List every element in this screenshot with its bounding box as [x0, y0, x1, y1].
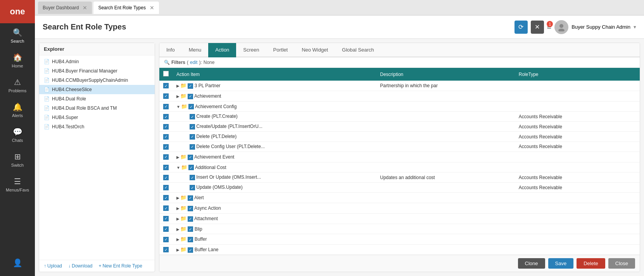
- sidebar-item-problems[interactable]: ⚠ Problems: [0, 73, 35, 98]
- sidebar-item-search[interactable]: 🔍 Search: [0, 23, 35, 48]
- item-checkbox[interactable]: ✓: [188, 237, 193, 242]
- item-checkbox[interactable]: ✓: [188, 226, 193, 232]
- row-checkbox[interactable]: ✓: [163, 226, 169, 232]
- table-row[interactable]: ✓▶📁 ✓ Attachment: [159, 213, 640, 224]
- tab-global-search[interactable]: Global Search: [335, 43, 381, 57]
- item-checkbox[interactable]: ✓: [188, 206, 193, 211]
- sidebar-item-alerts[interactable]: 🔔 Alerts: [0, 98, 35, 122]
- item-checkbox[interactable]: ✓: [188, 165, 194, 170]
- sidebar-item-menus[interactable]: ☰ Menus/Favs: [0, 172, 35, 197]
- sidebar-item-user[interactable]: 👤: [13, 254, 22, 272]
- expand-icon[interactable]: ▶: [176, 248, 180, 252]
- table-row[interactable]: ✓▶📁 ✓ Buffer: [159, 234, 640, 245]
- item-checkbox[interactable]: ✓: [188, 216, 193, 222]
- table-row[interactable]: ✓▶📁 ✓ Async Action: [159, 203, 640, 213]
- header-checkbox[interactable]: [163, 71, 169, 76]
- item-checkbox[interactable]: ✓: [188, 94, 193, 99]
- tab-screen[interactable]: Screen: [236, 43, 266, 57]
- delete-button[interactable]: Delete: [577, 258, 605, 269]
- table-row[interactable]: ✓▶📁 ✓ 3 PL PartnerPartnership in which t…: [159, 81, 640, 91]
- table-row[interactable]: ✓✓ Delete Config User (PLT.Delete...Acco…: [159, 141, 640, 152]
- item-checkbox[interactable]: ✓: [190, 185, 195, 190]
- row-checkbox[interactable]: ✓: [163, 216, 169, 221]
- table-row[interactable]: ✓▶📁 ✓ Buffer Lane: [159, 245, 640, 255]
- item-checkbox[interactable]: ✓: [188, 155, 193, 160]
- tab-action[interactable]: Action: [208, 43, 236, 57]
- user-area[interactable]: Buyer Suppy Chain Admin ▾: [554, 20, 636, 34]
- table-row[interactable]: ✓▶📁 ✓ Blip: [159, 224, 640, 234]
- item-checkbox[interactable]: ✓: [188, 195, 193, 201]
- tab-menu[interactable]: Menu: [182, 43, 209, 57]
- table-row[interactable]: ✓✓ Create/Update (PLT.InsertOrU...Accoun…: [159, 122, 640, 132]
- item-checkbox[interactable]: ✓: [190, 144, 195, 150]
- row-checkbox[interactable]: ✓: [163, 205, 169, 211]
- explorer-item[interactable]: 📄 HUB4.CCMBuyerSupplyChainAdmin: [39, 76, 155, 85]
- expand-icon[interactable]: ▶: [176, 217, 180, 221]
- expand-icon[interactable]: ▶: [176, 237, 180, 242]
- row-checkbox[interactable]: ✓: [163, 237, 169, 242]
- tab-portlet[interactable]: Portlet: [266, 43, 295, 57]
- close-page-button[interactable]: ✕: [531, 21, 544, 34]
- item-checkbox[interactable]: ✓: [188, 83, 193, 89]
- row-checkbox[interactable]: ✓: [163, 93, 169, 99]
- row-checkbox[interactable]: ✓: [163, 134, 169, 140]
- explorer-item[interactable]: 📄 HUB4.Super: [39, 113, 155, 122]
- expand-icon[interactable]: ▶: [176, 206, 180, 210]
- tab-close-icon[interactable]: ✕: [83, 5, 87, 11]
- explorer-item[interactable]: 📄 HUB4.TestOrch: [39, 122, 155, 131]
- row-checkbox[interactable]: ✓: [163, 144, 169, 150]
- clone-button[interactable]: Clone: [518, 258, 545, 269]
- explorer-item[interactable]: 📄 HUB4.Dual Role: [39, 94, 155, 104]
- new-role-type-link[interactable]: + New Ent Role Type: [98, 263, 142, 269]
- item-checkbox[interactable]: ✓: [190, 114, 195, 119]
- item-checkbox[interactable]: ✓: [190, 134, 195, 140]
- table-row[interactable]: ✓✓ Update (OMS.Update)Accounts Receivabl…: [159, 183, 640, 193]
- item-checkbox[interactable]: ✓: [190, 124, 195, 129]
- refresh-button[interactable]: ⟳: [515, 21, 528, 34]
- table-row[interactable]: ✓✓ Insert Or Update (OMS.Insert...Update…: [159, 172, 640, 183]
- row-checkbox[interactable]: ✓: [163, 195, 169, 200]
- table-row[interactable]: ✓✓ Create (PLT.Create)Accounts Receivabl…: [159, 112, 640, 122]
- filters-edit-link[interactable]: edit: [190, 60, 197, 65]
- row-checkbox[interactable]: ✓: [163, 185, 169, 190]
- table-row[interactable]: ✓✓ Delete (PLT.Delete)Accounts Receivabl…: [159, 132, 640, 142]
- table-row[interactable]: ✓▼📁 ✓ Additional Cost: [159, 162, 640, 172]
- row-checkbox[interactable]: ✓: [163, 154, 169, 160]
- table-row[interactable]: ✓▼📁 ✓ Achievement Config: [159, 101, 640, 112]
- menu-button[interactable]: ≡ 1: [547, 22, 552, 31]
- table-row[interactable]: ✓▶📁 ✓ Achievement: [159, 91, 640, 101]
- expand-icon[interactable]: ▶: [176, 155, 180, 159]
- expand-icon[interactable]: ▼: [176, 166, 180, 170]
- item-checkbox[interactable]: ✓: [188, 104, 194, 109]
- explorer-item[interactable]: 📄 HUB4.Buyer Financial Manager: [39, 66, 155, 76]
- table-row[interactable]: ✓▶📁 ✓ Alert: [159, 193, 640, 203]
- expand-icon[interactable]: ▶: [176, 196, 180, 200]
- sidebar-item-switch[interactable]: ⊞ Switch: [0, 147, 35, 172]
- row-checkbox[interactable]: ✓: [163, 175, 169, 180]
- upload-link[interactable]: ↑ Upload: [44, 263, 62, 269]
- tab-search-ent-role-types[interactable]: Search Ent Role Types ✕: [93, 2, 159, 14]
- item-checkbox[interactable]: ✓: [190, 175, 195, 180]
- expand-icon[interactable]: ▶: [176, 84, 180, 88]
- expand-icon[interactable]: ▶: [176, 227, 180, 231]
- row-checkbox[interactable]: ✓: [163, 114, 169, 119]
- explorer-item[interactable]: 📄 HUB4.Dual Role BSCA and TM: [39, 104, 155, 113]
- expand-icon[interactable]: ▶: [176, 94, 180, 98]
- tab-neo-widget[interactable]: Neo Widget: [295, 43, 335, 57]
- tab-close-icon[interactable]: ✕: [150, 5, 154, 11]
- explorer-item-active[interactable]: 📄 HUB4.CheeseSlice: [39, 85, 155, 94]
- row-checkbox[interactable]: ✓: [163, 247, 169, 252]
- row-checkbox[interactable]: ✓: [163, 83, 169, 88]
- save-button[interactable]: Save: [548, 258, 574, 269]
- sidebar-item-chats[interactable]: 💬 Chats: [0, 122, 35, 147]
- expand-icon[interactable]: ▼: [176, 105, 180, 109]
- row-checkbox[interactable]: ✓: [163, 104, 169, 109]
- tab-info[interactable]: Info: [159, 43, 182, 57]
- table-row[interactable]: ✓▶📁 ✓ Achievement Event: [159, 152, 640, 162]
- item-checkbox[interactable]: ✓: [188, 247, 193, 253]
- row-checkbox[interactable]: ✓: [163, 165, 169, 170]
- explorer-item[interactable]: 📄 HUB4.Admin: [39, 57, 155, 66]
- close-button[interactable]: Close: [608, 258, 635, 269]
- download-link[interactable]: ↓ Download: [68, 263, 92, 269]
- sidebar-item-home[interactable]: 🏠 Home: [0, 48, 35, 73]
